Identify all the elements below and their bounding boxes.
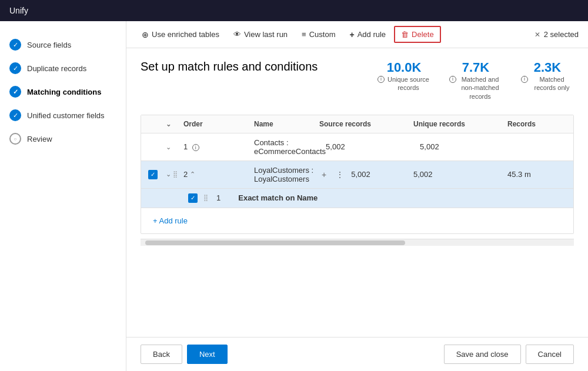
stat-matched-non-matched-number: 7.7K <box>449 60 502 75</box>
stats-area: 10.0K i Unique source records 7.7K i Mat… <box>377 60 574 101</box>
header-records: Records <box>507 120 566 128</box>
header-expand: ⌄ <box>166 120 183 128</box>
table-row[interactable]: ✓ ⌄ ⣿ 2 ⌃ LoyalCustomers : LoyalCustomer… <box>141 161 573 189</box>
sidebar-label-matching-conditions: Matching conditions <box>27 88 101 96</box>
sidebar-label-review: Review <box>27 135 52 143</box>
step-icon-matching-conditions: ✓ <box>9 86 21 98</box>
save-close-label: Save and close <box>456 350 509 359</box>
sidebar-item-review[interactable]: ○ Review <box>0 127 126 151</box>
row2-records: 45.3 m <box>507 170 566 179</box>
chevron-down-icon-row1: ⌄ <box>166 143 171 151</box>
row2-expand[interactable]: ⌄ ⣿ <box>166 171 183 178</box>
custom-icon: ≡ <box>302 30 306 39</box>
use-enriched-tables-button[interactable]: ⊕ Use enriched tables <box>136 27 225 42</box>
chevron-up-icon-row2[interactable]: ⌃ <box>190 171 195 178</box>
scrollbar-thumb <box>145 240 405 245</box>
selected-count: 2 selected <box>544 30 579 39</box>
stat-unique-source-label: Unique source records <box>386 75 430 92</box>
more-icon-row2[interactable]: ⋮ <box>333 169 346 181</box>
chevron-down-icon-row2: ⌄ <box>166 171 171 178</box>
page-title: Set up match rules and conditions <box>141 60 318 73</box>
drag-icon-subrow: ⣿ <box>203 194 208 202</box>
add-rule-row: + Add rule <box>141 208 573 233</box>
stat-matched-only-label: Matched records only <box>530 75 574 92</box>
header-source-records: Source records <box>319 120 413 128</box>
header-order: Order <box>183 120 254 128</box>
step-icon-unified-customer-fields: ✓ <box>9 109 21 121</box>
footer: Back Next Save and close Cancel <box>126 337 588 371</box>
drag-icon-row2: ⣿ <box>173 171 178 178</box>
row2-actions: + ⋮ 5,002 <box>319 169 413 181</box>
cancel-label: Cancel <box>538 350 562 359</box>
add-rule-inline-label: + Add rule <box>153 216 188 225</box>
row1-unique-records: 5,002 <box>420 142 514 151</box>
step-icon-duplicate-records: ✓ <box>9 62 21 74</box>
sidebar: ✓ Source fields ✓ Duplicate records ✓ Ma… <box>0 21 126 371</box>
delete-label: Delete <box>412 30 434 39</box>
stat-matched-only: 2.3K i Matched records only <box>521 60 574 92</box>
match-rules-table: ⌄ Order Name Source records Unique recor… <box>141 115 574 234</box>
eye-icon: 👁 <box>233 30 241 39</box>
save-close-button[interactable]: Save and close <box>444 345 521 364</box>
sidebar-label-unified-customer-fields: Unified customer fields <box>27 111 105 120</box>
add-rule-inline-button[interactable]: + Add rule <box>148 214 192 228</box>
step-icon-review: ○ <box>9 133 21 145</box>
stat-matched-only-number: 2.3K <box>521 60 574 75</box>
info-icon-matched-only: i <box>521 76 528 83</box>
row1-name: Contacts : eCommerceContacts <box>254 138 326 156</box>
sidebar-item-source-fields[interactable]: ✓ Source fields <box>0 33 126 56</box>
chevron-down-icon-header: ⌄ <box>166 121 171 128</box>
plus-icon-row2[interactable]: + <box>319 169 329 181</box>
back-label: Back <box>153 350 170 359</box>
info-icon-matched: i <box>449 76 456 83</box>
table-row sub-row[interactable]: ✓ ⣿ 1 Exact match on Name <box>141 189 573 208</box>
toolbar: ⊕ Use enriched tables 👁 View last run ≡ … <box>126 21 588 48</box>
info-icon-unique: i <box>377 76 385 83</box>
info-icon-row1: i <box>192 144 199 151</box>
plus-icon: + <box>349 30 354 39</box>
use-enriched-tables-label: Use enriched tables <box>152 30 219 39</box>
row1-expand[interactable]: ⌄ <box>166 142 183 151</box>
cancel-button[interactable]: Cancel <box>526 345 574 364</box>
trash-icon: 🗑 <box>401 30 409 39</box>
delete-button[interactable]: 🗑 Delete <box>394 26 441 43</box>
row2-checkbox[interactable]: ✓ <box>148 170 166 179</box>
sidebar-item-unified-customer-fields[interactable]: ✓ Unified customer fields <box>0 103 126 127</box>
table-row[interactable]: ⌄ 1 i Contacts : eCommerceContacts 5,002… <box>141 133 573 161</box>
add-rule-button[interactable]: + Add rule <box>343 27 392 42</box>
close-icon[interactable]: ✕ <box>534 31 540 39</box>
custom-label: Custom <box>309 30 336 39</box>
row1-order: 1 i <box>183 142 254 151</box>
back-button[interactable]: Back <box>141 345 182 364</box>
app-title: Unify <box>9 6 28 15</box>
subrow-order: 1 <box>216 193 220 202</box>
app-header: Unify <box>0 0 588 21</box>
row2-order: 2 ⌃ <box>183 170 254 179</box>
enriched-icon: ⊕ <box>142 30 149 39</box>
view-last-run-button[interactable]: 👁 View last run <box>228 27 293 42</box>
sidebar-item-matching-conditions[interactable]: ✓ Matching conditions <box>0 80 126 103</box>
table-header-row: ⌄ Order Name Source records Unique recor… <box>141 115 573 133</box>
horizontal-scrollbar[interactable] <box>141 239 574 246</box>
subrow-checkbox[interactable]: ✓ <box>188 193 198 203</box>
checkbox-checked-subrow: ✓ <box>188 193 198 203</box>
subrow-name: Exact match on Name <box>238 193 318 202</box>
checkbox-checked-row2: ✓ <box>148 170 158 179</box>
sidebar-label-duplicate-records: Duplicate records <box>27 64 86 73</box>
step-icon-source-fields: ✓ <box>9 39 21 51</box>
row2-unique-records: 5,002 <box>413 170 507 179</box>
header-unique-records: Unique records <box>413 120 507 128</box>
custom-button[interactable]: ≡ Custom <box>296 27 341 42</box>
stat-matched-non-matched-label: Matched and non-matched records <box>458 75 502 101</box>
sidebar-item-duplicate-records[interactable]: ✓ Duplicate records <box>0 56 126 80</box>
header-name: Name <box>254 120 319 128</box>
selected-info: ✕ 2 selected <box>534 30 579 39</box>
sidebar-label-source-fields: Source fields <box>27 41 71 49</box>
stat-unique-source-number: 10.0K <box>377 60 430 75</box>
next-button[interactable]: Next <box>187 345 228 364</box>
view-last-run-label: View last run <box>244 30 288 39</box>
row1-source-records: 5,002 <box>326 142 420 151</box>
stat-matched-non-matched: 7.7K i Matched and non-matched records <box>449 60 502 101</box>
next-label: Next <box>199 350 215 359</box>
add-rule-label: Add rule <box>358 30 386 39</box>
